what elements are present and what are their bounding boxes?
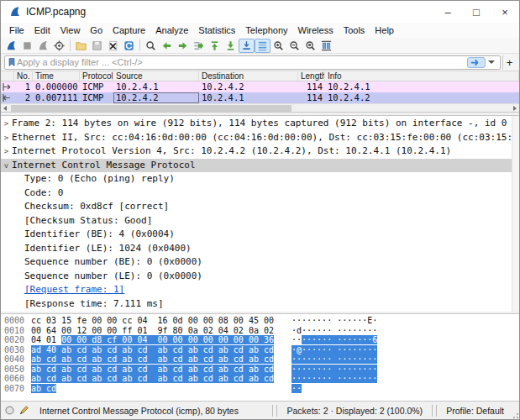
minimize-button[interactable]: – — [433, 1, 462, 23]
filter-dropdown-caret-icon[interactable] — [488, 60, 495, 64]
go-back-icon[interactable] — [159, 39, 175, 53]
column-no[interactable]: No. — [14, 71, 33, 81]
menu-go[interactable]: Go — [85, 24, 108, 37]
find-packet-icon[interactable] — [143, 39, 159, 53]
detail-line-icmp-selected[interactable]: vInternet Control Message Protocol — [1, 159, 519, 173]
menu-help[interactable]: Help — [370, 24, 399, 37]
save-file-icon[interactable] — [89, 39, 105, 53]
detail-text: Internet Control Message Protocol — [12, 159, 196, 173]
resize-columns-icon[interactable] — [318, 39, 334, 53]
hex-offset: 0050 — [4, 365, 31, 375]
status-profile[interactable]: Profile: Default — [438, 406, 511, 416]
detail-line-request-frame-link[interactable]: [Request frame: 1] — [1, 283, 519, 297]
hex-row[interactable]: 0060ab cd ab cd ab cd ab cd ab cd ab cd … — [4, 374, 519, 384]
hex-row[interactable]: 002004 01 00 00 d8 cf 00 04 00 00 00 00 … — [4, 335, 519, 345]
menu-tools[interactable]: Tools — [339, 24, 370, 37]
column-length[interactable]: Length — [298, 71, 325, 81]
request-frame-link[interactable]: [Request frame: 1] — [24, 283, 124, 297]
close-button[interactable]: × — [491, 1, 519, 23]
go-to-packet-icon[interactable] — [191, 39, 207, 53]
expander-icon[interactable]: > — [1, 144, 12, 159]
packet-list-hscrollbar[interactable] — [1, 103, 519, 112]
wireshark-window: ICMP.pcapng – □ × File Edit View Go Capt… — [0, 0, 520, 420]
start-capture-icon[interactable] — [3, 39, 19, 53]
auto-scroll-icon[interactable] — [239, 39, 255, 53]
packet-bytes-pane: 0000cc 03 15 fe 00 00 cc 04 16 0d 00 00 … — [1, 314, 519, 401]
detail-line-seq-le[interactable]: Sequence number (LE): 0 (0x0000) — [1, 270, 519, 284]
column-destination[interactable]: Destination — [199, 71, 298, 81]
column-info[interactable]: Info — [325, 71, 519, 81]
column-protocol[interactable]: Protocol — [80, 71, 113, 81]
detail-line-identifier-be[interactable]: Identifier (BE): 4 (0x0004) — [1, 228, 519, 242]
hex-row[interactable]: 0050ab cd ab cd ab cd ab cd ab cd ab cd … — [4, 365, 519, 375]
zoom-in-icon[interactable] — [271, 39, 286, 53]
hscroll-track[interactable] — [9, 104, 511, 113]
restart-capture-icon[interactable] — [35, 39, 51, 53]
detail-line-ip[interactable]: >Internet Protocol Version 4, Src: 10.2.… — [1, 144, 519, 159]
go-last-packet-icon[interactable] — [223, 39, 239, 53]
detail-line-checksum[interactable]: Checksum: 0xd8cf [correct] — [1, 200, 519, 214]
reload-file-icon[interactable] — [121, 39, 137, 53]
packet-row-2-selected[interactable]: 2 0.007111 ICMP 10.2.4.2 10.2.4.1 114 10… — [1, 92, 519, 103]
status-separator — [272, 405, 273, 417]
zoom-original-icon[interactable] — [302, 39, 318, 53]
go-forward-icon[interactable] — [175, 39, 191, 53]
apply-arrow-icon — [470, 59, 482, 66]
expander-icon[interactable]: > — [13, 311, 24, 312]
resize-grip-icon[interactable] — [511, 406, 519, 419]
colorize-icon[interactable] — [255, 39, 271, 53]
capture-options-icon[interactable] — [51, 39, 67, 53]
expander-icon[interactable]: > — [1, 117, 12, 131]
detail-line-type[interactable]: Type: 0 (Echo (ping) reply) — [1, 172, 519, 186]
menu-wireless[interactable]: Wireless — [293, 24, 339, 37]
cell-info: 10.2.4.1 — [325, 81, 519, 92]
go-first-packet-icon[interactable] — [207, 39, 223, 53]
hex-row[interactable]: 0030ad 40 ab cd ab cd ab cd ab cd ab cd … — [4, 345, 519, 355]
hscroll-thumb[interactable] — [11, 105, 292, 112]
stop-capture-icon[interactable] — [19, 39, 35, 53]
bookmark-icon[interactable] — [7, 56, 17, 68]
detail-line-ethernet[interactable]: >Ethernet II, Src: cc:04:16:0d:00:00 (cc… — [1, 131, 519, 145]
detail-line-code[interactable]: Code: 0 — [1, 186, 519, 201]
capture-comment-icon[interactable] — [18, 405, 29, 416]
toolbar-separator — [139, 39, 140, 51]
menu-statistics[interactable]: Statistics — [193, 24, 240, 37]
column-source[interactable]: Source — [113, 71, 199, 81]
detail-line-data[interactable]: >Data (72 bytes) — [1, 311, 519, 312]
packet-row-1[interactable]: 1 0.000000 ICMP 10.2.4.1 10.2.4.2 114 10… — [1, 81, 519, 92]
detail-line-identifier-le[interactable]: Identifier (LE): 1024 (0x0400) — [1, 242, 519, 256]
expander-icon[interactable]: > — [1, 131, 12, 145]
scroll-left-icon[interactable] — [1, 104, 9, 113]
detail-line-checksum-status[interactable]: [Checksum Status: Good] — [1, 214, 519, 228]
menu-analyze[interactable]: Analyze — [150, 24, 193, 37]
collapse-icon[interactable]: v — [1, 159, 12, 173]
scroll-right-icon[interactable] — [511, 104, 519, 113]
hex-row[interactable]: 0000cc 03 15 fe 00 00 cc 04 16 0d 00 00 … — [4, 316, 519, 326]
request-arrow-icon — [1, 81, 13, 92]
hex-offset: 0060 — [4, 374, 31, 384]
menu-telephony[interactable]: Telephony — [240, 24, 292, 37]
column-time[interactable]: Time — [33, 71, 80, 81]
expert-info-icon[interactable] — [4, 405, 15, 416]
display-filter-input[interactable] — [17, 57, 467, 67]
close-file-icon[interactable] — [105, 39, 121, 53]
apply-filter-button[interactable] — [467, 57, 486, 68]
open-file-icon[interactable] — [73, 39, 89, 53]
detail-line-frame[interactable]: >Frame 2: 114 bytes on wire (912 bits), … — [1, 117, 519, 131]
detail-line-response-time[interactable]: [Response time: 7.111 ms] — [1, 297, 519, 312]
zoom-out-icon[interactable] — [286, 39, 302, 53]
menu-view[interactable]: View — [55, 24, 86, 37]
display-filter-box[interactable] — [4, 55, 501, 70]
menu-capture[interactable]: Capture — [108, 24, 150, 37]
detail-line-seq-be[interactable]: Sequence number (BE): 0 (0x0000) — [1, 255, 519, 270]
detail-text: Internet Protocol Version 4, Src: 10.2.4… — [12, 144, 451, 159]
maximize-button[interactable]: □ — [462, 1, 491, 23]
hex-row[interactable]: 0040ab cd ab cd ab cd ab cd ab cd ab cd … — [4, 354, 519, 365]
menu-file[interactable]: File — [4, 24, 29, 37]
hex-row[interactable]: 0070ab cd·· — [4, 384, 519, 394]
hex-row[interactable]: 001000 64 00 12 00 00 ff 01 9f 80 0a 02 … — [4, 326, 519, 336]
detail-vscrollbar[interactable] — [512, 116, 519, 312]
menu-edit[interactable]: Edit — [29, 24, 55, 37]
packet-detail-pane: >Frame 2: 114 bytes on wire (912 bits), … — [1, 116, 519, 312]
add-filter-button[interactable]: + — [502, 55, 516, 70]
